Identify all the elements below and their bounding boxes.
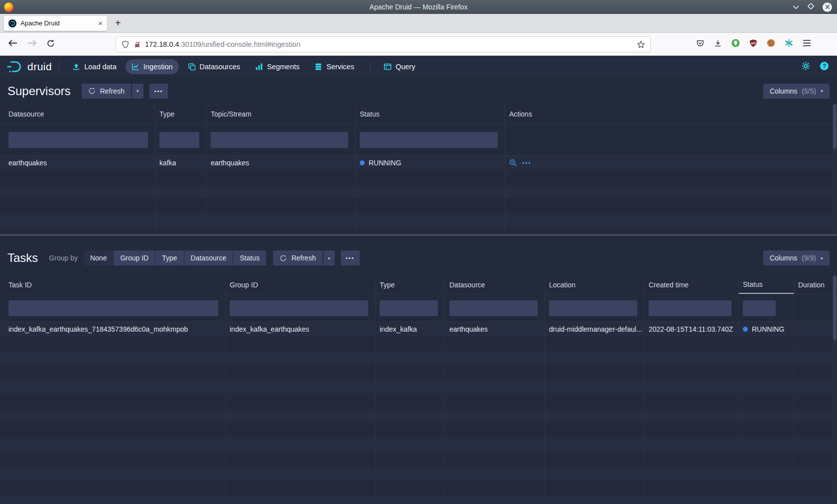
task-status[interactable]: RUNNING — [739, 322, 794, 336]
datasource-filter-input[interactable] — [449, 300, 538, 316]
column-header-datasource[interactable]: Datasource — [0, 104, 155, 124]
nav-item-ingestion[interactable]: Ingestion — [126, 59, 179, 74]
empty-row — [0, 366, 837, 380]
extension-ublock-icon[interactable]: uO — [749, 39, 757, 49]
back-button[interactable] — [8, 39, 17, 49]
task-location[interactable]: druid-middlemanager-defaul... — [545, 322, 645, 336]
tasks-table-header: Task ID Group ID Type Datasource Locatio… — [0, 275, 837, 294]
column-header-task-id[interactable]: Task ID — [0, 275, 226, 294]
supervisors-columns-button[interactable]: Columns (5/5) ▾ — [763, 84, 830, 99]
close-button[interactable] — [823, 2, 832, 12]
status-filter-input[interactable] — [743, 300, 776, 316]
druid-logo[interactable]: druid — [6, 60, 52, 73]
task-group-id[interactable]: index_kafka_earthquakes — [226, 322, 376, 336]
created-time-filter-input[interactable] — [649, 300, 731, 316]
group-id-filter-input[interactable] — [230, 300, 368, 316]
column-header-status[interactable]: Status — [356, 104, 505, 124]
tracking-shield-icon[interactable] — [121, 40, 130, 49]
supervisor-row[interactable]: earthquakes kafka earthquakes RUNNING ••… — [0, 156, 837, 170]
column-header-topic-stream[interactable]: Topic/Stream — [207, 104, 356, 124]
extension-spark-icon[interactable] — [785, 39, 793, 49]
supervisors-refresh-dropdown-button[interactable]: ▾ — [132, 84, 143, 99]
insecure-lock-icon[interactable] — [134, 41, 141, 48]
maximize-button[interactable] — [808, 2, 814, 11]
group-by-datasource-button[interactable]: Datasource — [184, 251, 233, 265]
empty-row — [0, 481, 837, 496]
task-duration — [794, 322, 837, 336]
supervisors-refresh-button[interactable]: Refresh — [82, 84, 131, 99]
menu-hamburger-icon[interactable] — [803, 39, 811, 49]
supervisor-datasource[interactable]: earthquakes — [0, 156, 155, 170]
help-icon[interactable]: ? — [820, 61, 829, 73]
type-filter-input[interactable] — [159, 132, 199, 148]
tasks-more-button[interactable]: ••• — [341, 251, 360, 265]
task-row[interactable]: index_kafka_earthquakes_7184357396d6c0a_… — [0, 322, 837, 337]
empty-cell — [226, 351, 376, 365]
new-tab-button[interactable]: + — [115, 17, 121, 29]
row-more-actions-icon[interactable]: ••• — [522, 159, 532, 166]
column-header-status-sorted[interactable]: Status — [739, 275, 794, 294]
url-bar[interactable]: 172.18.0.4:30109/unified-console.html#in… — [116, 36, 651, 52]
column-header-group-id[interactable]: Group ID — [226, 275, 376, 294]
nav-item-datasources[interactable]: Datasources — [182, 59, 246, 74]
status-filter-input[interactable] — [360, 132, 498, 148]
group-by-button-group: None Group ID Type Datasource Status — [84, 251, 266, 265]
bookmark-star-icon[interactable] — [637, 40, 645, 49]
empty-cell — [645, 337, 739, 351]
supervisor-topic[interactable]: earthquakes — [207, 156, 356, 170]
empty-cell — [739, 423, 794, 437]
supervisor-status[interactable]: RUNNING — [356, 156, 505, 170]
group-by-type-button[interactable]: Type — [155, 251, 183, 265]
group-by-none-button[interactable]: None — [84, 251, 113, 265]
datasource-filter-input[interactable] — [8, 132, 148, 148]
empty-cell — [0, 481, 226, 495]
supervisors-more-button[interactable]: ••• — [149, 84, 168, 99]
supervisors-scrollbar[interactable] — [833, 104, 837, 235]
nav-item-query[interactable]: Query — [378, 59, 421, 74]
topic-stream-filter-input[interactable] — [211, 132, 348, 148]
empty-cell — [645, 423, 739, 437]
tasks-scrollbar[interactable] — [833, 275, 837, 504]
task-datasource[interactable]: earthquakes — [445, 322, 545, 336]
nav-item-segments[interactable]: Segments — [249, 59, 305, 74]
task-type[interactable]: index_kafka — [376, 322, 445, 336]
empty-cell — [445, 496, 545, 504]
reload-button[interactable] — [47, 39, 55, 49]
empty-cell — [226, 337, 376, 351]
tab-close-icon[interactable]: × — [98, 19, 103, 27]
column-header-datasource[interactable]: Datasource — [445, 275, 545, 294]
column-header-duration[interactable]: Duration — [794, 275, 837, 294]
empty-cell — [207, 199, 356, 213]
column-header-created-time[interactable]: Created time — [645, 275, 739, 294]
minimize-button[interactable] — [793, 2, 799, 11]
scrollbar-thumb[interactable] — [833, 104, 837, 149]
supervisor-type[interactable]: kafka — [155, 156, 207, 170]
empty-cell — [376, 467, 445, 481]
location-filter-input[interactable] — [549, 300, 637, 316]
extension-ghostery-icon[interactable] — [731, 39, 740, 49]
downloads-icon[interactable] — [714, 39, 722, 49]
group-by-group-id-button[interactable]: Group ID — [114, 251, 155, 265]
tasks-refresh-dropdown-button[interactable]: ▾ — [323, 251, 335, 265]
task-id-filter-input[interactable] — [8, 300, 218, 316]
task-id[interactable]: index_kafka_earthquakes_7184357396d6c0a_… — [0, 322, 226, 336]
tasks-refresh-button[interactable]: Refresh — [273, 251, 322, 265]
task-created-time[interactable]: 2022-08-15T14:11:03.740Z — [645, 322, 739, 336]
column-header-type[interactable]: Type — [155, 104, 207, 124]
tasks-columns-button[interactable]: Columns (9/9) ▾ — [763, 251, 830, 265]
pocket-icon[interactable] — [696, 39, 704, 49]
column-header-type[interactable]: Type — [376, 275, 445, 294]
settings-gear-icon[interactable] — [801, 61, 811, 73]
column-header-location[interactable]: Location — [545, 275, 645, 294]
extension-cookie-icon[interactable] — [767, 39, 775, 49]
browser-tab[interactable]: Apache Druid × — [4, 16, 107, 31]
forward-button[interactable] — [27, 39, 37, 49]
view-details-magnifier-icon[interactable] — [509, 159, 517, 167]
empty-row — [0, 214, 837, 228]
type-filter-input[interactable] — [380, 300, 438, 316]
group-by-status-button[interactable]: Status — [233, 251, 266, 265]
nav-item-services[interactable]: Services — [308, 59, 360, 74]
nav-item-load-data[interactable]: Load data — [66, 59, 123, 74]
scrollbar-thumb[interactable] — [833, 275, 837, 340]
empty-cell — [226, 481, 376, 495]
